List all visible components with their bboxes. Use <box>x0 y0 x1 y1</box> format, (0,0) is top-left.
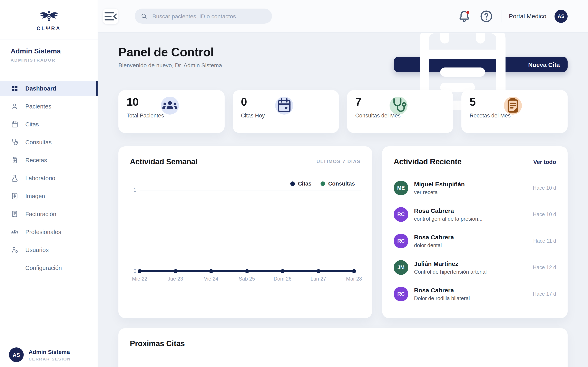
x-tick-label: Dom 26 <box>274 276 292 282</box>
sidebar-item-dashboard[interactable]: Dashboard <box>0 81 98 96</box>
portal-medico-app: CLΨRA Admin Sistema ADMINISTRADOR Dashbo… <box>0 0 588 367</box>
activity-time: Hace 12 d <box>533 265 556 270</box>
avatar: RC <box>394 207 408 222</box>
user-avatar[interactable]: AS <box>554 9 568 23</box>
main-column: Portal Medico AS Panel de Control Bienve… <box>98 0 588 367</box>
sidebar-item-configuracion[interactable]: Configuración <box>0 261 98 275</box>
groups-icon <box>11 228 19 236</box>
bell-icon <box>457 9 472 24</box>
page-header: Panel de Control Bienvenido de nuevo, Dr… <box>118 45 568 72</box>
logo-wordmark: CLΨRA <box>0 26 98 31</box>
sidebar-item-label: Facturación <box>25 211 56 217</box>
sidebar-toggle-button[interactable] <box>103 8 118 24</box>
series-line <box>140 268 354 274</box>
recent-activity-title: Actividad Reciente <box>394 157 462 166</box>
topbar: Portal Medico AS <box>98 0 588 33</box>
weekly-activity-card: Actividad Semanal ULTIMOS 7 DIAS CitasCo… <box>118 146 372 318</box>
sidebar-item-citas[interactable]: Citas <box>0 117 98 132</box>
search-box[interactable] <box>135 8 272 24</box>
upcoming-appointments-card: Proximas Citas Ver todas <box>118 328 568 367</box>
activity-row[interactable]: RCRosa Cabreradolor dentalHace 11 d <box>394 231 556 251</box>
calendar-dot-icon <box>275 97 293 115</box>
view-all-appointments-link[interactable]: Ver todas <box>405 341 556 367</box>
data-point <box>209 269 213 273</box>
content: Panel de Control Bienvenido de nuevo, Dr… <box>98 33 588 367</box>
arrow-right-icon <box>434 341 556 367</box>
avatar: ME <box>394 181 408 195</box>
y-tick-zero: 0 <box>129 268 136 274</box>
activity-row[interactable]: JMJulián MartínezControl de hipertensión… <box>394 258 556 277</box>
upcoming-title: Proximas Citas <box>130 339 185 348</box>
sidebar-item-label: Imagen <box>25 193 45 200</box>
data-point <box>245 269 249 273</box>
activity-row[interactable]: RCRosa Cabreracontrol genral de la presi… <box>394 205 556 224</box>
sidebar: CLΨRA Admin Sistema ADMINISTRADOR Dashbo… <box>0 0 98 367</box>
activity-time: Hace 17 d <box>533 291 556 297</box>
groups-icon <box>161 97 179 115</box>
stat-card-consultas-del-mes: 7Consultas del Mes <box>347 90 453 133</box>
stat-card-recetas-del-mes: 5Recetas del Mes <box>461 90 568 133</box>
x-tick-label: Sab 25 <box>239 276 255 282</box>
stethoscope-icon <box>389 97 407 115</box>
sidebar-item-facturacion[interactable]: Facturación <box>0 207 98 221</box>
sidebar-nav: DashboardPacientesCitasConsultasRecetasL… <box>0 81 98 275</box>
legend-item-citas: Citas <box>290 181 311 187</box>
avatar: RC <box>394 234 408 248</box>
sidebar-item-label: Usuarios <box>25 247 49 253</box>
sidebar-item-label: Recetas <box>25 157 47 164</box>
sidebar-item-consultas[interactable]: Consultas <box>0 135 98 150</box>
x-tick-label: Mar 28 <box>346 276 362 282</box>
medication-icon <box>11 156 19 164</box>
y-tick-max: 1 <box>129 187 136 193</box>
sidebar-user-block: Admin Sistema ADMINISTRADOR <box>0 40 98 62</box>
page-subtitle: Bienvenido de nuevo, Dr. Admin Sistema <box>118 62 222 68</box>
user-gear-icon <box>11 246 19 254</box>
data-point <box>173 269 177 273</box>
search-icon <box>140 13 147 20</box>
new-appointment-button[interactable]: Nueva Cita <box>394 57 568 72</box>
data-point <box>138 269 142 273</box>
footer-user-name: Admin Sistema <box>29 349 71 355</box>
chart-legend: CitasConsultas <box>290 181 355 187</box>
chart-range-badge: ULTIMOS 7 DIAS <box>316 159 361 164</box>
logout-button[interactable]: AS Admin Sistema CERRAR SESION <box>9 347 71 362</box>
receipt-icon <box>11 210 19 218</box>
sidebar-item-label: Laboratorio <box>25 175 55 182</box>
x-tick-label: Vie 24 <box>204 276 218 282</box>
sidebar-item-recetas[interactable]: Recetas <box>0 153 98 167</box>
avatar: AS <box>9 347 24 362</box>
view-all-activity-link[interactable]: Ver todo <box>533 159 556 165</box>
x-axis-labels: Mie 22Jue 23Vie 24Sab 25Dom 26Lun 27Mar … <box>140 276 354 283</box>
caduceus-icon <box>38 10 60 25</box>
flask-icon <box>11 174 19 182</box>
avatar: JM <box>394 260 408 275</box>
radiology-icon <box>11 192 19 200</box>
legend-item-consultas: Consultas <box>320 181 355 187</box>
sidebar-item-label: Dashboard <box>25 85 56 92</box>
sidebar-item-profesionales[interactable]: Profesionales <box>0 225 98 239</box>
sidebar-user-role: ADMINISTRADOR <box>11 58 87 62</box>
data-point <box>281 269 285 273</box>
recent-activity-card: Actividad Reciente Ver todo MEMiguel Est… <box>382 146 568 318</box>
data-point <box>352 269 356 273</box>
activity-time: Hace 10 d <box>533 185 556 191</box>
sidebar-user-name: Admin Sistema <box>11 47 87 55</box>
sidebar-item-imagen[interactable]: Imagen <box>0 189 98 203</box>
notifications-button[interactable] <box>457 9 472 24</box>
legend-dot <box>290 182 295 186</box>
gridline <box>140 190 361 190</box>
activity-row[interactable]: RCRosa CabreraDolor de rodilla bilateral… <box>394 284 556 304</box>
sidebar-item-label: Configuración <box>25 265 62 271</box>
search-input[interactable] <box>151 12 266 20</box>
sidebar-item-usuarios[interactable]: Usuarios <box>0 243 98 257</box>
sidebar-item-label: Citas <box>25 121 39 128</box>
sidebar-item-laboratorio[interactable]: Laboratorio <box>0 171 98 185</box>
sidebar-item-pacientes[interactable]: Pacientes <box>0 99 98 114</box>
chart-title: Actividad Semanal <box>130 157 198 166</box>
menu-open-icon <box>103 8 118 24</box>
help-button[interactable] <box>479 9 494 24</box>
legend-dot <box>320 182 325 186</box>
activity-row[interactable]: MEMiguel Estupiñánver recetaHace 10 d <box>394 178 556 198</box>
sidebar-item-label: Pacientes <box>25 103 51 110</box>
data-point <box>316 269 320 273</box>
